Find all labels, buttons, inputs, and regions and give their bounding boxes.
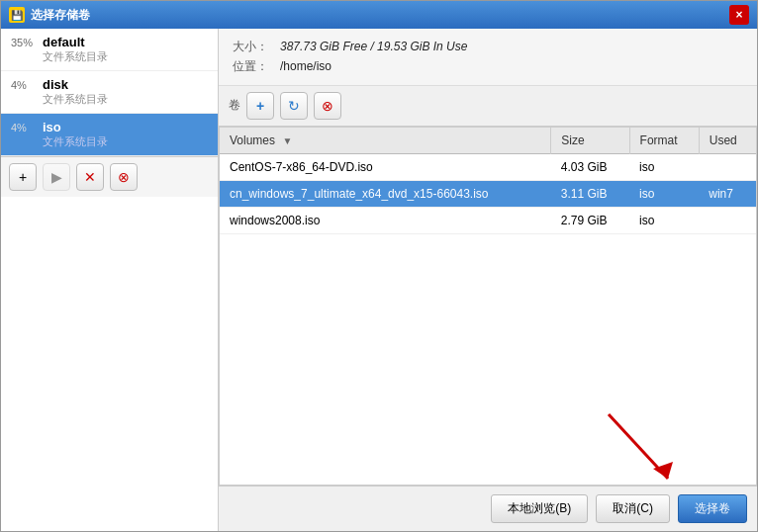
size-label: 大小： [233,37,272,56]
play-icon: ▶ [51,169,62,185]
volume-toolbar: 卷 + ↻ ⊗ [219,86,757,127]
storage-item-disk[interactable]: 4% disk 文件系统目录 [1,71,218,114]
cell-format: iso [629,180,699,207]
window-title: 选择存储卷 [31,7,90,24]
close-button[interactable]: × [729,5,749,25]
title-bar-left: 💾 选择存储卷 [9,7,90,24]
delete-icon: ✕ [84,169,96,185]
cell-name: cn_windows_7_ultimate_x64_dvd_x15-66043.… [220,180,551,207]
vol-add-button[interactable]: + [246,92,274,120]
left-bottom-toolbar: + ▶ ✕ ⊗ [1,156,218,197]
col-used: Used [699,128,756,154]
cell-size: 2.79 GiB [551,207,629,233]
storage-item-percent: 4% [11,122,35,133]
storage-item-name: default [43,35,108,49]
cell-format: iso [629,153,699,180]
location-label: 位置： [233,56,272,76]
col-format: Format [629,128,699,154]
storage-item-sub: 文件系统目录 [43,49,108,64]
cell-size: 4.03 GiB [551,153,629,180]
cell-size: 3.11 GiB [551,180,629,207]
sort-arrow: ▼ [282,135,292,146]
bottom-bar: 本地浏览(B) 取消(C) 选择卷 [219,486,757,531]
left-delete-button[interactable]: ✕ [76,163,104,191]
cell-used [699,153,756,180]
right-panel: 大小： 387.73 GiB Free / 19.53 GiB In Use 位… [219,29,757,531]
volumes-table-container: Volumes ▼ Size Format Used [219,127,757,486]
left-add-button[interactable]: + [9,163,37,191]
volumes-table: Volumes ▼ Size Format Used [220,128,756,234]
col-volumes: Volumes ▼ [220,128,551,154]
storage-item-sub: 文件系统目录 [43,134,108,149]
left-panel: 35% default 文件系统目录 4% disk 文件系统目录 4% iso… [1,29,219,531]
table-row[interactable]: cn_windows_7_ultimate_x64_dvd_x15-66043.… [220,180,756,207]
table-header-row: Volumes ▼ Size Format Used [220,128,756,154]
cell-used [699,207,756,233]
browse-button[interactable]: 本地浏览(B) [491,494,588,523]
vol-delete-icon: ⊗ [322,98,333,114]
vol-refresh-button[interactable]: ↻ [280,92,308,120]
left-stop-button[interactable]: ⊗ [110,163,138,191]
volume-label: 卷 [229,97,240,114]
storage-item-name: disk [43,77,108,92]
cell-format: iso [629,207,699,233]
size-value: 387.73 GiB Free / 19.53 GiB In Use [280,37,467,56]
cell-name: CentOS-7-x86_64-DVD.iso [220,153,551,180]
select-button[interactable]: 选择卷 [678,494,747,523]
window-icon: 💾 [9,7,25,23]
storage-item-name: iso [43,120,108,134]
location-value: /home/iso [280,56,332,76]
stop-icon: ⊗ [118,169,130,185]
storage-item-sub: 文件系统目录 [43,92,108,107]
cancel-button[interactable]: 取消(C) [596,494,670,523]
vol-refresh-icon: ↻ [288,98,300,114]
table-row[interactable]: CentOS-7-x86_64-DVD.iso 4.03 GiB iso [220,153,756,180]
main-content: 35% default 文件系统目录 4% disk 文件系统目录 4% iso… [1,29,757,531]
add-icon: + [19,169,27,185]
storage-item-default[interactable]: 35% default 文件系统目录 [1,29,218,71]
col-size: Size [551,128,629,154]
table-row[interactable]: windows2008.iso 2.79 GiB iso [220,207,756,233]
info-bar: 大小： 387.73 GiB Free / 19.53 GiB In Use 位… [219,29,757,86]
vol-add-icon: + [256,98,264,114]
title-bar: 💾 选择存储卷 × [1,1,757,29]
cell-name: windows2008.iso [220,207,551,233]
storage-item-percent: 35% [11,37,35,48]
cell-used: win7 [699,180,756,207]
vol-delete-button[interactable]: ⊗ [314,92,341,120]
main-window: 💾 选择存储卷 × 35% default 文件系统目录 4% disk 文件系… [0,0,758,532]
left-play-button[interactable]: ▶ [43,163,70,191]
storage-item-iso[interactable]: 4% iso 文件系统目录 [1,114,218,156]
storage-item-percent: 4% [11,79,35,91]
